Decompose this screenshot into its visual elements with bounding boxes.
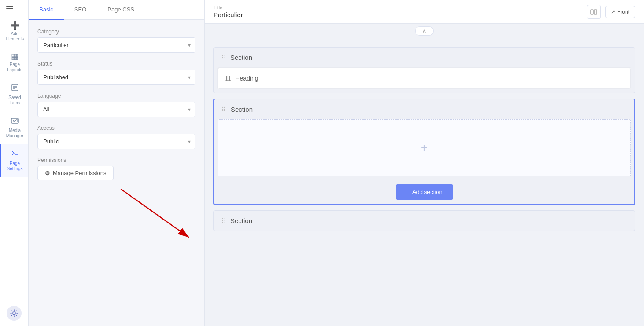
- collapse-button[interactable]: ∧: [415, 26, 434, 36]
- tab-seo[interactable]: SEO: [64, 0, 97, 20]
- section-2-header: ⠿ Section: [214, 99, 634, 119]
- add-section-label: Add section: [412, 189, 442, 195]
- status-select[interactable]: Published ▾: [37, 70, 195, 85]
- media-manager-icon: [11, 116, 19, 126]
- manage-permissions-gear-icon: ⚙: [45, 170, 50, 176]
- heading-h-icon: H: [225, 74, 231, 82]
- manage-permissions-label: Manage Permissions: [53, 170, 106, 176]
- language-label: Language: [37, 93, 195, 99]
- svg-rect-11: [594, 10, 597, 14]
- section-1-drag-handle[interactable]: ⠿: [221, 54, 226, 61]
- external-link-icon: ↗: [611, 9, 615, 15]
- sidebar-item-add-elements-label: Add Elements: [6, 31, 24, 42]
- permissions-label: Permissions: [37, 157, 195, 163]
- front-button[interactable]: ↗ Front: [605, 6, 635, 18]
- sidebar-item-media-manager-label: Media Manager: [6, 128, 23, 139]
- category-select[interactable]: Particulier ▾: [37, 37, 195, 53]
- sidebar-item-page-layouts-label: Page Layouts: [7, 62, 22, 73]
- permissions-field: Permissions ⚙ Manage Permissions: [37, 157, 195, 180]
- sidebar-item-saved-items-label: Saved Items: [8, 95, 21, 106]
- saved-items-icon: [11, 83, 19, 93]
- access-label: Access: [37, 125, 195, 131]
- section-block-1: ⠿ Section H Heading: [213, 47, 635, 93]
- svg-rect-10: [591, 10, 593, 14]
- svg-point-7: [13, 312, 15, 315]
- category-field: Category Particulier ▾: [37, 29, 195, 53]
- language-field: Language All ▾: [37, 93, 195, 117]
- sidebar-item-add-elements[interactable]: ➕ Add Elements: [0, 16, 28, 47]
- status-label: Status: [37, 61, 195, 67]
- language-select[interactable]: All ▾: [37, 102, 195, 117]
- settings-circle-button[interactable]: [0, 300, 28, 326]
- page-settings-icon: [11, 149, 19, 159]
- hamburger-icon: [6, 6, 13, 11]
- chevron-up-icon: ∧: [423, 28, 426, 33]
- heading-row-1: H Heading: [218, 68, 631, 89]
- add-elements-icon: ➕: [10, 22, 20, 29]
- access-field: Access Public ▾: [37, 125, 195, 149]
- heading-label: Heading: [235, 75, 258, 82]
- title-field-label: Title: [213, 5, 582, 10]
- svg-point-5: [13, 120, 15, 122]
- section-3-header: ⠿ Section: [214, 211, 635, 231]
- manage-permissions-button[interactable]: ⚙ Manage Permissions: [37, 166, 114, 180]
- sidebar-item-page-layouts[interactable]: ▦ Page Layouts: [0, 47, 28, 78]
- tab-basic[interactable]: Basic: [29, 0, 64, 20]
- collapse-bar: ∧: [205, 24, 644, 38]
- status-field: Status Published ▾: [37, 61, 195, 85]
- panel-tabs: Basic SEO Page CSS: [29, 0, 204, 20]
- section-3-drag-handle[interactable]: ⠿: [221, 217, 226, 224]
- hamburger-menu[interactable]: [0, 0, 28, 16]
- section-1-title: Section: [230, 54, 252, 61]
- sidebar-item-page-settings[interactable]: Page Settings: [0, 144, 28, 177]
- empty-row-1[interactable]: +: [218, 119, 631, 176]
- access-select[interactable]: Public ▾: [37, 134, 195, 149]
- panel-content: Category Particulier ▾ Status Published …: [29, 20, 204, 326]
- settings-circle-icon: [7, 306, 22, 321]
- section-block-3: ⠿ Section: [213, 210, 635, 231]
- language-value[interactable]: All: [38, 102, 195, 117]
- section-3-title: Section: [230, 217, 252, 224]
- sidebar-item-saved-items[interactable]: Saved Items: [0, 78, 28, 111]
- category-value[interactable]: Particulier: [38, 38, 195, 52]
- section-1-inner: H Heading: [217, 67, 631, 89]
- section-block-2: ⠿ Section + + Add section: [213, 99, 635, 205]
- split-view-button[interactable]: [587, 5, 601, 19]
- section-2-drag-handle[interactable]: ⠿: [221, 106, 226, 113]
- section-1-header: ⠿ Section: [214, 48, 635, 67]
- add-section-plus-icon: +: [406, 189, 410, 195]
- canvas-area: ⠿ Section H Heading ⠿ Section + +: [205, 38, 644, 326]
- access-value[interactable]: Public: [38, 134, 195, 149]
- category-label: Category: [37, 29, 195, 35]
- title-input[interactable]: [213, 11, 582, 18]
- status-value[interactable]: Published: [38, 70, 195, 84]
- tab-page-css[interactable]: Page CSS: [97, 0, 145, 20]
- header-actions: ↗ Front: [587, 5, 635, 19]
- add-section-button[interactable]: + Add section: [396, 184, 453, 200]
- sidebar-item-media-manager[interactable]: Media Manager: [0, 111, 28, 144]
- add-element-plus-icon[interactable]: +: [421, 141, 428, 155]
- page-layouts-icon: ▦: [11, 52, 18, 60]
- add-section-bar: + Add section: [214, 180, 634, 204]
- sidebar-item-page-settings-label: Page Settings: [7, 161, 22, 172]
- front-button-label: Front: [617, 9, 629, 15]
- section-2-title: Section: [231, 106, 253, 113]
